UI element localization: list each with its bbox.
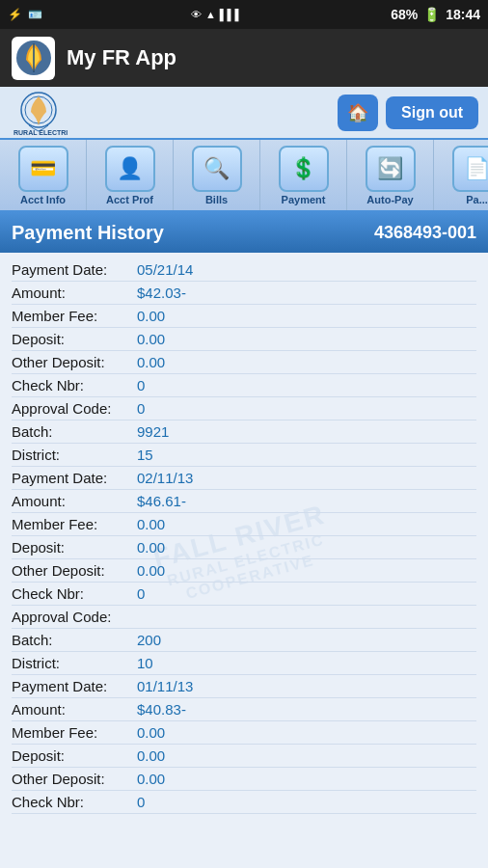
data-value: 0 <box>137 377 145 393</box>
data-value: 0 <box>137 585 145 602</box>
data-label: Amount: <box>12 493 137 509</box>
signal-icon: ▌▌▌ <box>220 9 242 20</box>
top-nav-actions: 🏠 Sign out <box>338 95 478 131</box>
home-button[interactable]: 🏠 <box>338 95 378 131</box>
section-header: Payment History 4368493-001 <box>0 212 488 253</box>
data-value: 200 <box>137 632 161 648</box>
table-row: Payment Date: 01/11/13 <box>12 675 476 698</box>
data-label: Other Deposit: <box>12 562 137 579</box>
table-row: Amount: $46.61- <box>12 490 476 513</box>
table-row: Approval Code: 0 <box>12 397 476 420</box>
status-left-icons: ⚡ 🪪 <box>8 8 42 21</box>
data-label: Batch: <box>12 632 137 648</box>
data-value: $40.83- <box>137 701 186 718</box>
data-label: Other Deposit: <box>12 771 137 787</box>
data-value: 0.00 <box>137 354 165 370</box>
nav-icon-label-0: Acct Info <box>20 194 66 205</box>
data-label: Check Nbr: <box>12 377 137 393</box>
table-row: Member Fee: 0.00 <box>12 513 476 536</box>
data-label: Payment Date: <box>12 470 137 486</box>
nav-icon-label-2: Bills <box>205 194 228 205</box>
status-right: 68% 🔋 18:44 <box>391 7 480 22</box>
table-row: Deposit: 0.00 <box>12 536 476 559</box>
data-value: 15 <box>137 447 153 463</box>
status-bar: ⚡ 🪪 👁 ▲ ▌▌▌ 68% 🔋 18:44 <box>0 0 488 29</box>
table-row: Check Nbr: 0 <box>12 583 476 606</box>
data-label: Check Nbr: <box>12 585 137 602</box>
data-value: 0.00 <box>137 331 165 347</box>
wifi-icon: ▲ <box>205 9 216 20</box>
data-label: Payment Date: <box>12 678 137 694</box>
data-label: Member Fee: <box>12 724 137 741</box>
nav-icon-bills[interactable]: 🔍 Bills <box>174 140 260 211</box>
eye-icon: 👁 <box>191 9 202 20</box>
nav-icon-label-1: Acct Prof <box>106 194 153 205</box>
data-label: Other Deposit: <box>12 354 137 370</box>
table-row: Member Fee: 0.00 <box>12 305 476 328</box>
table-row: District: 15 <box>12 444 476 467</box>
nav-icon-pa---[interactable]: 📄 Pa... <box>434 140 488 211</box>
table-row: Payment Date: 05/21/14 <box>12 258 476 282</box>
table-row: Check Nbr: 0 <box>12 791 476 814</box>
table-row: Check Nbr: 0 <box>12 374 476 397</box>
table-row: Deposit: 0.00 <box>12 328 476 351</box>
table-row: Amount: $40.83- <box>12 698 476 721</box>
clock: 18:44 <box>446 7 480 22</box>
nav-icon-auto-pay[interactable]: 🔄 Auto-Pay <box>347 140 434 211</box>
table-row: Member Fee: 0.00 <box>12 721 476 745</box>
app-header: My FR App <box>0 29 488 87</box>
nav-icon-label-3: Payment <box>282 194 326 205</box>
data-label: Deposit: <box>12 539 137 556</box>
usb-icon: ⚡ <box>8 8 22 21</box>
data-label: Amount: <box>12 285 137 301</box>
data-value: 0.00 <box>137 562 165 579</box>
table-row: Payment Date: 02/11/13 <box>12 467 476 490</box>
data-label: Member Fee: <box>12 308 137 324</box>
section-title: Payment History <box>12 222 164 244</box>
top-nav-logo: RURAL ELECTRIC <box>10 89 68 137</box>
data-value: 0 <box>137 400 145 417</box>
data-value: 0 <box>137 794 145 810</box>
table-row: Other Deposit: 0.00 <box>12 768 476 791</box>
nav-icon-acct-info[interactable]: 💳 Acct Info <box>0 140 87 211</box>
data-value: 02/11/13 <box>137 470 193 486</box>
nav-icon-payment[interactable]: 💲 Payment <box>260 140 347 211</box>
table-row: Batch: 9921 <box>12 420 476 444</box>
data-value: 05/21/14 <box>137 261 193 278</box>
card-icon: 🪪 <box>28 8 42 21</box>
status-center-icons: 👁 ▲ ▌▌▌ <box>191 9 242 20</box>
data-label: District: <box>12 447 137 463</box>
data-value: 0.00 <box>137 771 165 787</box>
data-value: $46.61- <box>137 493 186 509</box>
table-row: Approval Code: <box>12 606 476 629</box>
payment-content: FALL RIVER RURAL ELECTRIC COOPERATIVE Pa… <box>0 253 488 868</box>
fall-river-logo: RURAL ELECTRIC <box>10 89 68 137</box>
data-value: 0.00 <box>137 747 165 764</box>
table-row: Deposit: 0.00 <box>12 745 476 768</box>
data-label: Member Fee: <box>12 516 137 532</box>
battery-icon: 🔋 <box>423 7 440 22</box>
logo-svg <box>14 39 53 77</box>
table-row: Other Deposit: 0.00 <box>12 351 476 374</box>
data-value: 01/11/13 <box>137 678 193 694</box>
home-icon: 🏠 <box>347 102 368 123</box>
app-logo <box>12 37 55 80</box>
data-label: Amount: <box>12 701 137 718</box>
svg-text:RURAL ELECTRIC: RURAL ELECTRIC <box>14 129 68 136</box>
table-row: District: 10 <box>12 652 476 675</box>
data-value: $42.03- <box>137 285 186 301</box>
sign-out-button[interactable]: Sign out <box>386 96 478 129</box>
table-row: Amount: $42.03- <box>12 282 476 305</box>
data-label: Deposit: <box>12 747 137 764</box>
data-value: 10 <box>137 655 153 671</box>
data-label: District: <box>12 655 137 671</box>
data-label: Batch: <box>12 423 137 440</box>
nav-icon-box-4: 🔄 <box>366 146 416 192</box>
data-label: Approval Code: <box>12 400 137 417</box>
top-nav: RURAL ELECTRIC 🏠 Sign out <box>0 87 488 140</box>
nav-icons-row: 💳 Acct Info 👤 Acct Prof 🔍 Bills 💲 Paymen… <box>0 140 488 212</box>
account-id: 4368493-001 <box>374 223 476 243</box>
nav-icon-acct-prof[interactable]: 👤 Acct Prof <box>87 140 174 211</box>
table-row: Other Deposit: 0.00 <box>12 559 476 583</box>
data-label: Deposit: <box>12 331 137 347</box>
